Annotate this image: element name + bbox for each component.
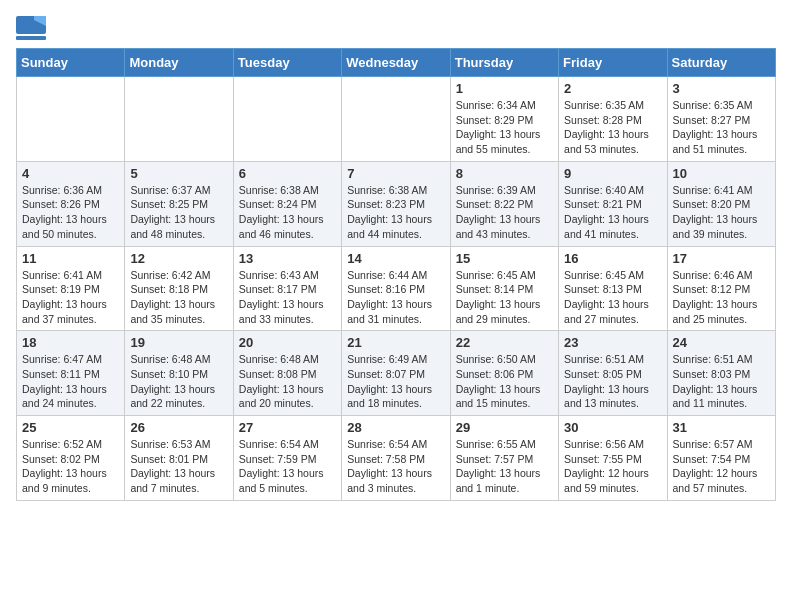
calendar-cell: 17Sunrise: 6:46 AM Sunset: 8:12 PM Dayli…	[667, 246, 775, 331]
day-number: 24	[673, 335, 770, 350]
calendar-cell	[233, 77, 341, 162]
calendar-cell: 20Sunrise: 6:48 AM Sunset: 8:08 PM Dayli…	[233, 331, 341, 416]
calendar-cell: 30Sunrise: 6:56 AM Sunset: 7:55 PM Dayli…	[559, 416, 667, 501]
day-number: 25	[22, 420, 119, 435]
day-info: Sunrise: 6:41 AM Sunset: 8:20 PM Dayligh…	[673, 183, 770, 242]
calendar-cell: 28Sunrise: 6:54 AM Sunset: 7:58 PM Dayli…	[342, 416, 450, 501]
day-number: 6	[239, 166, 336, 181]
day-info: Sunrise: 6:46 AM Sunset: 8:12 PM Dayligh…	[673, 268, 770, 327]
calendar-cell: 8Sunrise: 6:39 AM Sunset: 8:22 PM Daylig…	[450, 161, 558, 246]
weekday-header-friday: Friday	[559, 49, 667, 77]
calendar-week-row: 1Sunrise: 6:34 AM Sunset: 8:29 PM Daylig…	[17, 77, 776, 162]
weekday-header-thursday: Thursday	[450, 49, 558, 77]
calendar-cell	[125, 77, 233, 162]
weekday-header-sunday: Sunday	[17, 49, 125, 77]
day-info: Sunrise: 6:38 AM Sunset: 8:24 PM Dayligh…	[239, 183, 336, 242]
day-number: 30	[564, 420, 661, 435]
calendar-cell	[342, 77, 450, 162]
day-number: 29	[456, 420, 553, 435]
day-info: Sunrise: 6:41 AM Sunset: 8:19 PM Dayligh…	[22, 268, 119, 327]
day-info: Sunrise: 6:49 AM Sunset: 8:07 PM Dayligh…	[347, 352, 444, 411]
day-info: Sunrise: 6:42 AM Sunset: 8:18 PM Dayligh…	[130, 268, 227, 327]
day-info: Sunrise: 6:56 AM Sunset: 7:55 PM Dayligh…	[564, 437, 661, 496]
day-number: 9	[564, 166, 661, 181]
weekday-header-wednesday: Wednesday	[342, 49, 450, 77]
day-info: Sunrise: 6:57 AM Sunset: 7:54 PM Dayligh…	[673, 437, 770, 496]
day-info: Sunrise: 6:51 AM Sunset: 8:05 PM Dayligh…	[564, 352, 661, 411]
logo-icon	[16, 16, 46, 40]
day-info: Sunrise: 6:34 AM Sunset: 8:29 PM Dayligh…	[456, 98, 553, 157]
calendar-cell: 26Sunrise: 6:53 AM Sunset: 8:01 PM Dayli…	[125, 416, 233, 501]
day-number: 7	[347, 166, 444, 181]
day-number: 28	[347, 420, 444, 435]
calendar-cell	[17, 77, 125, 162]
calendar-cell: 2Sunrise: 6:35 AM Sunset: 8:28 PM Daylig…	[559, 77, 667, 162]
day-info: Sunrise: 6:35 AM Sunset: 8:27 PM Dayligh…	[673, 98, 770, 157]
day-info: Sunrise: 6:38 AM Sunset: 8:23 PM Dayligh…	[347, 183, 444, 242]
calendar-cell: 19Sunrise: 6:48 AM Sunset: 8:10 PM Dayli…	[125, 331, 233, 416]
calendar-week-row: 25Sunrise: 6:52 AM Sunset: 8:02 PM Dayli…	[17, 416, 776, 501]
calendar-cell: 13Sunrise: 6:43 AM Sunset: 8:17 PM Dayli…	[233, 246, 341, 331]
day-info: Sunrise: 6:52 AM Sunset: 8:02 PM Dayligh…	[22, 437, 119, 496]
day-number: 27	[239, 420, 336, 435]
weekday-header-row: SundayMondayTuesdayWednesdayThursdayFrid…	[17, 49, 776, 77]
day-number: 17	[673, 251, 770, 266]
weekday-header-saturday: Saturday	[667, 49, 775, 77]
day-number: 1	[456, 81, 553, 96]
day-info: Sunrise: 6:54 AM Sunset: 7:59 PM Dayligh…	[239, 437, 336, 496]
calendar-cell: 15Sunrise: 6:45 AM Sunset: 8:14 PM Dayli…	[450, 246, 558, 331]
day-info: Sunrise: 6:54 AM Sunset: 7:58 PM Dayligh…	[347, 437, 444, 496]
calendar-cell: 7Sunrise: 6:38 AM Sunset: 8:23 PM Daylig…	[342, 161, 450, 246]
day-info: Sunrise: 6:53 AM Sunset: 8:01 PM Dayligh…	[130, 437, 227, 496]
calendar-cell: 4Sunrise: 6:36 AM Sunset: 8:26 PM Daylig…	[17, 161, 125, 246]
calendar-cell: 23Sunrise: 6:51 AM Sunset: 8:05 PM Dayli…	[559, 331, 667, 416]
day-number: 22	[456, 335, 553, 350]
calendar-week-row: 4Sunrise: 6:36 AM Sunset: 8:26 PM Daylig…	[17, 161, 776, 246]
svg-rect-2	[16, 36, 46, 40]
day-info: Sunrise: 6:43 AM Sunset: 8:17 PM Dayligh…	[239, 268, 336, 327]
day-info: Sunrise: 6:37 AM Sunset: 8:25 PM Dayligh…	[130, 183, 227, 242]
calendar-week-row: 18Sunrise: 6:47 AM Sunset: 8:11 PM Dayli…	[17, 331, 776, 416]
day-number: 31	[673, 420, 770, 435]
day-info: Sunrise: 6:50 AM Sunset: 8:06 PM Dayligh…	[456, 352, 553, 411]
calendar-cell: 1Sunrise: 6:34 AM Sunset: 8:29 PM Daylig…	[450, 77, 558, 162]
calendar-cell: 21Sunrise: 6:49 AM Sunset: 8:07 PM Dayli…	[342, 331, 450, 416]
day-number: 3	[673, 81, 770, 96]
day-number: 10	[673, 166, 770, 181]
day-number: 11	[22, 251, 119, 266]
day-number: 13	[239, 251, 336, 266]
calendar-table: SundayMondayTuesdayWednesdayThursdayFrid…	[16, 48, 776, 501]
calendar-cell: 16Sunrise: 6:45 AM Sunset: 8:13 PM Dayli…	[559, 246, 667, 331]
day-info: Sunrise: 6:44 AM Sunset: 8:16 PM Dayligh…	[347, 268, 444, 327]
day-number: 5	[130, 166, 227, 181]
day-number: 4	[22, 166, 119, 181]
day-number: 14	[347, 251, 444, 266]
day-info: Sunrise: 6:51 AM Sunset: 8:03 PM Dayligh…	[673, 352, 770, 411]
calendar-cell: 6Sunrise: 6:38 AM Sunset: 8:24 PM Daylig…	[233, 161, 341, 246]
calendar-cell: 31Sunrise: 6:57 AM Sunset: 7:54 PM Dayli…	[667, 416, 775, 501]
day-number: 12	[130, 251, 227, 266]
calendar-cell: 22Sunrise: 6:50 AM Sunset: 8:06 PM Dayli…	[450, 331, 558, 416]
day-info: Sunrise: 6:48 AM Sunset: 8:10 PM Dayligh…	[130, 352, 227, 411]
day-number: 2	[564, 81, 661, 96]
day-info: Sunrise: 6:36 AM Sunset: 8:26 PM Dayligh…	[22, 183, 119, 242]
calendar-cell: 25Sunrise: 6:52 AM Sunset: 8:02 PM Dayli…	[17, 416, 125, 501]
calendar-cell: 11Sunrise: 6:41 AM Sunset: 8:19 PM Dayli…	[17, 246, 125, 331]
calendar-cell: 24Sunrise: 6:51 AM Sunset: 8:03 PM Dayli…	[667, 331, 775, 416]
day-info: Sunrise: 6:55 AM Sunset: 7:57 PM Dayligh…	[456, 437, 553, 496]
day-number: 8	[456, 166, 553, 181]
day-number: 19	[130, 335, 227, 350]
weekday-header-tuesday: Tuesday	[233, 49, 341, 77]
weekday-header-monday: Monday	[125, 49, 233, 77]
day-number: 26	[130, 420, 227, 435]
calendar-cell: 29Sunrise: 6:55 AM Sunset: 7:57 PM Dayli…	[450, 416, 558, 501]
day-info: Sunrise: 6:47 AM Sunset: 8:11 PM Dayligh…	[22, 352, 119, 411]
calendar-cell: 18Sunrise: 6:47 AM Sunset: 8:11 PM Dayli…	[17, 331, 125, 416]
calendar-cell: 5Sunrise: 6:37 AM Sunset: 8:25 PM Daylig…	[125, 161, 233, 246]
day-number: 18	[22, 335, 119, 350]
day-info: Sunrise: 6:45 AM Sunset: 8:13 PM Dayligh…	[564, 268, 661, 327]
day-info: Sunrise: 6:39 AM Sunset: 8:22 PM Dayligh…	[456, 183, 553, 242]
calendar-cell: 9Sunrise: 6:40 AM Sunset: 8:21 PM Daylig…	[559, 161, 667, 246]
day-number: 15	[456, 251, 553, 266]
calendar-cell: 3Sunrise: 6:35 AM Sunset: 8:27 PM Daylig…	[667, 77, 775, 162]
